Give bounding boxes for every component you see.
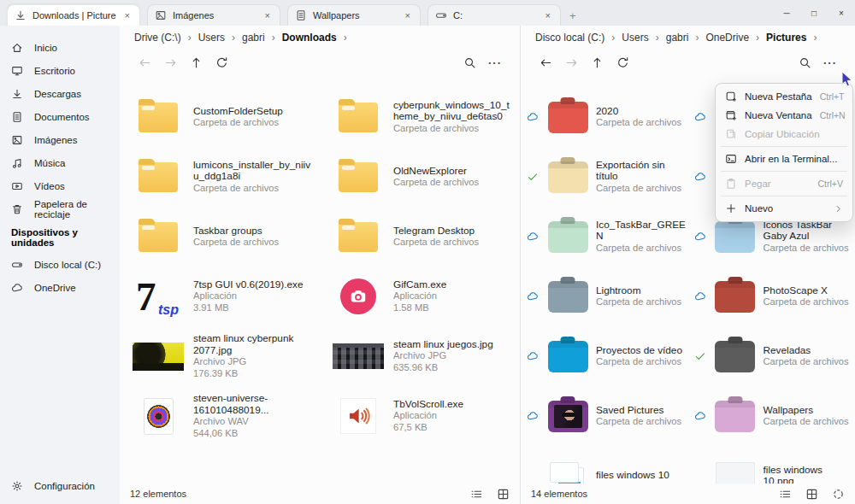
- tab-close-icon[interactable]: ×: [122, 10, 133, 21]
- item-name: Telegram Desktop: [393, 226, 479, 237]
- tab-close-icon[interactable]: ×: [262, 10, 273, 21]
- file-item[interactable]: lumicons_installer_by_niivu_ddg1a8iCarpe…: [120, 147, 320, 207]
- tab-c-drive[interactable]: C: ×: [428, 4, 561, 26]
- tab-close-icon[interactable]: ×: [403, 10, 413, 21]
- item-type: Aplicación: [193, 290, 304, 302]
- breadcrumb-segment[interactable]: Drive (C:\): [133, 31, 183, 44]
- back-button[interactable]: [132, 52, 157, 74]
- item-type: Carpeta de archivos: [764, 356, 849, 368]
- file-item[interactable]: Ico_TaskBar_GREENCarpeta de archivos: [521, 207, 688, 267]
- new-tab-button[interactable]: +: [568, 9, 581, 26]
- breadcrumb-segment[interactable]: OneDrive: [704, 31, 751, 44]
- item-name: Reveladas: [764, 345, 849, 357]
- breadcrumb-segment[interactable]: Disco local (C:): [534, 31, 606, 44]
- breadcrumb-segment[interactable]: gabri: [664, 31, 691, 44]
- file-item[interactable]: files windows 10.png: [688, 446, 855, 483]
- sidebar-item-descargas[interactable]: Descargas: [0, 82, 120, 105]
- sidebar-item-videos[interactable]: Vídeos: [0, 174, 120, 197]
- tab-imagenes[interactable]: Imágenes ×: [147, 4, 280, 26]
- close-button[interactable]: ×: [828, 0, 855, 26]
- tab-label: Wallpapers: [313, 10, 397, 21]
- search-button[interactable]: [457, 52, 482, 74]
- tab-close-icon[interactable]: ×: [543, 10, 553, 21]
- file-item[interactable]: Exportación sin títuloCarpeta de archivo…: [521, 147, 688, 207]
- drive-icon: [435, 9, 447, 21]
- video-icon: [11, 180, 23, 192]
- tab-label: Imágenes: [173, 10, 256, 21]
- large-icons-view-icon[interactable]: [497, 488, 510, 501]
- maximize-button[interactable]: □: [800, 0, 828, 26]
- sidebar-item-escritorio[interactable]: Escritorio: [0, 59, 120, 82]
- file-item[interactable]: cyberpunk_windows_10_theme_by_niivu_de6t…: [320, 87, 520, 147]
- file-item[interactable]: Telegram DesktopCarpeta de archivos: [320, 207, 520, 267]
- breadcrumb-segment-current[interactable]: Pictures: [764, 31, 808, 44]
- file-item[interactable]: TbVolScroll.exeAplicación67,5 KB: [320, 386, 520, 446]
- recycle-bin-icon: [11, 203, 23, 215]
- sidebar-item-papelera[interactable]: Papelera de reciclaje: [0, 197, 120, 220]
- file-item[interactable]: 7tsp7tsp GUI v0.6(2019).exeAplicación3.9…: [120, 267, 320, 326]
- up-button[interactable]: [584, 52, 610, 74]
- file-item[interactable]: ReveladasCarpeta de archivos: [688, 326, 855, 386]
- menu-label: Abrir en la Terminal...: [745, 154, 843, 164]
- file-item[interactable]: steven-universe-161010488019...Archivo W…: [120, 386, 320, 446]
- item-name: steam linux cyberpunk 2077.jpg: [193, 333, 315, 356]
- file-item[interactable]: steam linux cyberpunk 2077.jpgArchivo JP…: [120, 326, 320, 386]
- details-view-icon[interactable]: [470, 488, 483, 501]
- onedrive-cloud-icon: [527, 290, 539, 302]
- sidebar-item-configuracion[interactable]: Configuración: [0, 474, 120, 497]
- more-options-button[interactable]: ···: [817, 52, 843, 74]
- file-item[interactable]: LightroomCarpeta de archivos: [521, 267, 688, 326]
- breadcrumb-segment[interactable]: gabri: [240, 31, 267, 44]
- menu-item-nueva-pestana[interactable]: Nueva PestañaCtrl+T: [719, 87, 849, 106]
- file-item[interactable]: OldNewExplorerCarpeta de archivos: [320, 147, 520, 207]
- home-icon: [11, 42, 23, 54]
- file-item[interactable]: Proyectos de vídeoCarpeta de archivos: [521, 326, 688, 386]
- file-item[interactable]: Taskbar groupsCarpeta de archivos: [120, 207, 320, 267]
- sidebar-label: Inicio: [34, 43, 57, 53]
- menu-item-nueva-ventana[interactable]: Nueva VentanaCtrl+N: [719, 106, 849, 125]
- file-item[interactable]: PhotoScape XCarpeta de archivos: [688, 267, 855, 326]
- file-item[interactable]: Saved PicturesCarpeta de archivos: [521, 386, 688, 446]
- breadcrumb-segment[interactable]: Users: [197, 31, 227, 44]
- breadcrumb-segment-current[interactable]: Downloads: [280, 31, 339, 44]
- sidebar-item-musica[interactable]: Música: [0, 151, 120, 174]
- menu-separator: [721, 196, 847, 196]
- sidebar-item-imagenes[interactable]: Imágenes: [0, 128, 120, 151]
- details-view-icon[interactable]: [779, 488, 792, 501]
- folder-icon: [715, 401, 755, 432]
- forward-button[interactable]: [157, 52, 183, 74]
- chevron-icon: ›: [611, 32, 615, 44]
- onedrive-cloud-icon: [527, 410, 539, 422]
- forward-button[interactable]: [558, 52, 584, 74]
- breadcrumb-segment[interactable]: Users: [620, 31, 650, 44]
- chevron-icon: ›: [695, 32, 699, 44]
- tab-wallpapers[interactable]: Wallpapers ×: [287, 4, 421, 26]
- refresh-button[interactable]: [610, 52, 635, 74]
- file-item[interactable]: files windows 10: [521, 446, 688, 483]
- sidebar-item-documentos[interactable]: Documentos: [0, 105, 120, 128]
- tab-downloads-pictures[interactable]: Downloads | Pictures ×: [7, 4, 140, 26]
- item-name: lumicons_installer_by_niivu_ddg1a8i: [193, 160, 315, 183]
- speaker-app-icon: [340, 398, 376, 434]
- minimize-button[interactable]: ─: [773, 0, 800, 26]
- file-item[interactable]: steam linux juegos.jpgArchivo JPG635.96 …: [320, 326, 520, 386]
- back-button[interactable]: [533, 52, 558, 74]
- menu-item-abrir-terminal[interactable]: Abrir en la Terminal...: [719, 149, 849, 168]
- menu-item-copiar-ubicacion[interactable]: Copiar Ubicación: [719, 125, 849, 144]
- sidebar-item-disco-local[interactable]: Disco local (C:): [0, 253, 120, 276]
- refresh-button[interactable]: [209, 52, 234, 74]
- item-type: Carpeta de archivos: [764, 296, 849, 308]
- sidebar-item-onedrive[interactable]: OneDrive: [0, 276, 120, 299]
- file-item[interactable]: WallpapersCarpeta de archivos: [688, 386, 855, 446]
- menu-item-pegar[interactable]: PegarCtrl+V: [719, 174, 849, 193]
- file-item[interactable]: GifCam.exeAplicación1.58 MB: [320, 267, 520, 326]
- search-button[interactable]: [792, 52, 817, 74]
- sidebar-item-inicio[interactable]: Inicio: [0, 36, 120, 59]
- menu-item-nuevo[interactable]: Nuevo: [719, 199, 849, 218]
- item-type: Carpeta de archivos: [193, 183, 315, 195]
- file-item[interactable]: CustomFolderSetupCarpeta de archivos: [120, 87, 320, 147]
- more-options-button[interactable]: ···: [482, 52, 508, 74]
- file-item[interactable]: 2020Carpeta de archivos: [521, 87, 688, 147]
- large-icons-view-icon[interactable]: [805, 488, 818, 501]
- up-button[interactable]: [183, 52, 209, 74]
